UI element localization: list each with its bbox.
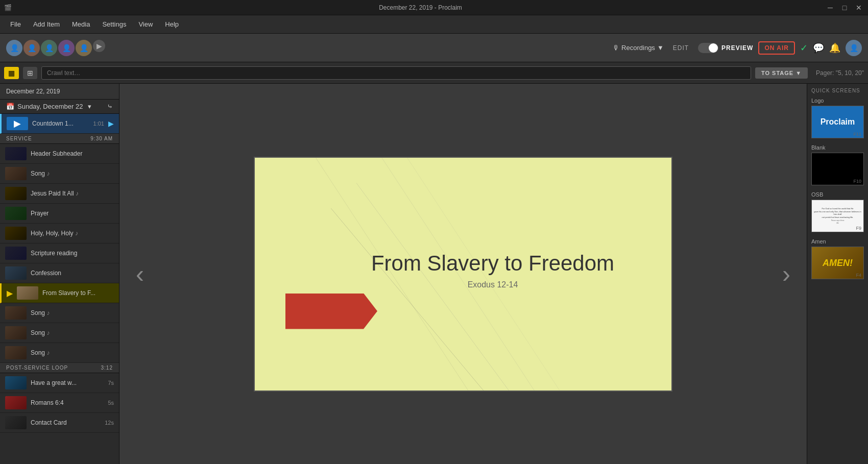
- holy-label: Holy, Holy, Holy ♪: [31, 230, 114, 237]
- song2-label: Song ♪: [31, 309, 114, 316]
- content-area: ‹ From Slavery to Freedom Exodus 12-14 ›: [119, 84, 807, 464]
- qs-amen-thumb[interactable]: AMEN! F4: [811, 247, 864, 279]
- sidebar-item-prayer[interactable]: Prayer: [0, 204, 119, 224]
- song4-thumb: [5, 346, 27, 359]
- next-slide-button[interactable]: ›: [771, 254, 802, 295]
- to-stage-button[interactable]: TO STAGE ▼: [755, 67, 808, 79]
- qs-logo-thumb[interactable]: Proclaim F11: [811, 106, 864, 138]
- sidebar-item-song-2[interactable]: Song ♪: [0, 303, 119, 323]
- proclaim-logo: Proclaim: [821, 117, 855, 127]
- amen-text: AMEN!: [823, 258, 853, 268]
- pager-text: Pager: "5, 10, 20": [816, 69, 864, 77]
- menu-file[interactable]: File: [4, 17, 27, 31]
- chevron-icon: ▾: [88, 103, 91, 110]
- qs-logo-label: Logo: [811, 97, 864, 104]
- song2-thumb: [5, 306, 27, 320]
- menu-view[interactable]: View: [132, 17, 159, 31]
- sidebar-item-countdown[interactable]: ▶ Countdown 1... 1:01 ▶: [0, 114, 119, 134]
- slide-container: From Slavery to Freedom Exodus 12-14: [254, 157, 672, 392]
- preview-label: PREVIEW: [721, 44, 753, 52]
- post-service-section-header: POST-SERVICE LOOP 3:12: [0, 363, 119, 373]
- amen-fkey: F4: [856, 273, 861, 278]
- blank-fkey: F10: [853, 179, 861, 184]
- menu-help[interactable]: Help: [159, 17, 185, 31]
- sunday-header[interactable]: 📅 Sunday, December 22 ▾ ⤷: [0, 100, 119, 114]
- avatar-2: 👤: [23, 40, 40, 56]
- prev-slide-button[interactable]: ‹: [125, 254, 155, 295]
- sidebar-item-confession[interactable]: Confession: [0, 263, 119, 283]
- maximize-button[interactable]: □: [839, 3, 850, 13]
- bell-icon[interactable]: 🔔: [829, 42, 840, 54]
- window-title: December 22, 2019 - Proclaim: [16, 4, 825, 11]
- menu-media[interactable]: Media: [66, 17, 96, 31]
- jesus-paid-thumb: [5, 187, 27, 200]
- romans-label: Romans 6:4: [31, 399, 104, 406]
- minimize-button[interactable]: ─: [825, 3, 835, 13]
- qs-osb-thumb[interactable]: For God so loved the world that Hegave h…: [811, 200, 864, 232]
- dropdown-icon: ▼: [657, 44, 664, 52]
- sidebar-item-header-subheader[interactable]: Header Subheader: [0, 144, 119, 164]
- sidebar-item-slavery[interactable]: ▶ From Slavery to F...: [0, 283, 119, 303]
- qs-osb-label: OSB: [811, 191, 864, 198]
- sidebar-item-song-3[interactable]: Song ♪: [0, 323, 119, 343]
- qs-logo: Logo Proclaim F11: [811, 97, 864, 138]
- grid-view-button[interactable]: ⊞: [23, 67, 37, 79]
- qs-blank-label: Blank: [811, 144, 864, 151]
- close-button[interactable]: ✕: [854, 3, 864, 13]
- recordings-button[interactable]: 🎙 Recordings ▼: [613, 44, 664, 52]
- qs-amen: Amen AMEN! F4: [811, 238, 864, 279]
- slide-title-block: From Slavery to Freedom Exodus 12-14: [345, 251, 641, 289]
- prayer-label: Prayer: [31, 210, 114, 217]
- toggle-switch[interactable]: [698, 43, 718, 53]
- active-arrow-icon: ▶: [7, 288, 13, 298]
- add-presenter-button[interactable]: ▶: [93, 40, 105, 52]
- user-avatar[interactable]: 👤: [846, 40, 862, 56]
- app-icon: 🎬: [4, 4, 12, 11]
- sidebar-item-song-4[interactable]: Song ♪: [0, 343, 119, 363]
- status-check-icon: ✓: [800, 42, 808, 54]
- avatar-5: 👤: [76, 40, 92, 56]
- sidebar-item-contact[interactable]: Contact Card 12s: [0, 413, 119, 433]
- osb-fkey: F9: [856, 226, 861, 231]
- qs-blank-thumb[interactable]: F10: [811, 153, 864, 185]
- logo-fkey: F11: [853, 132, 861, 137]
- sidebar-item-romans[interactable]: Romans 6:4 5s: [0, 393, 119, 413]
- qs-osb: OSB For God so loved the world that Hega…: [811, 191, 864, 232]
- prayer-thumb: [5, 207, 27, 220]
- scripture-thumb: [5, 247, 27, 260]
- presenter-avatars: 👤 👤 👤 👤 👤 ▶: [6, 40, 105, 56]
- list-view-button[interactable]: ▦: [4, 67, 19, 79]
- countdown-label: Countdown 1...: [32, 120, 89, 127]
- countdown-thumb: ▶: [7, 117, 28, 130]
- sidebar-item-holy-holy[interactable]: Holy, Holy, Holy ♪: [0, 224, 119, 243]
- countdown-time: 1:01: [93, 120, 104, 127]
- main-wrapper: December 22, 2019 📅 Sunday, December 22 …: [0, 84, 868, 464]
- qs-blank: Blank F10: [811, 144, 864, 185]
- sidebar-item-scripture[interactable]: Scripture reading: [0, 243, 119, 263]
- qs-amen-label: Amen: [811, 238, 864, 245]
- sidebar-item-song-1[interactable]: Song ♪: [0, 164, 119, 184]
- preview-toggle[interactable]: PREVIEW: [698, 43, 753, 53]
- secondary-toolbar: ▦ ⊞ TO STAGE ▼ Pager: "5, 10, 20": [0, 62, 868, 84]
- crawl-input[interactable]: [41, 66, 751, 80]
- have-great-thumb: [5, 376, 27, 389]
- calendar-icon: 📅: [6, 103, 14, 110]
- confession-label: Confession: [31, 270, 114, 277]
- jesus-paid-label: Jesus Paid It All ♪: [31, 190, 114, 197]
- on-air-button[interactable]: ON AIR: [758, 41, 795, 55]
- sidebar-item-jesus-paid[interactable]: Jesus Paid It All ♪: [0, 184, 119, 204]
- sidebar-scroll: ▶ Countdown 1... 1:01 ▶ SERVICE 9:30 AM …: [0, 114, 119, 464]
- have-great-label: Have a great w...: [31, 379, 104, 386]
- edit-button[interactable]: EDIT: [669, 42, 693, 54]
- menu-settings[interactable]: Settings: [96, 17, 132, 31]
- menu-add-item[interactable]: Add Item: [27, 17, 66, 31]
- song3-thumb: [5, 326, 27, 339]
- chat-icon[interactable]: 💬: [813, 42, 824, 54]
- contact-label: Contact Card: [31, 419, 101, 426]
- holy-thumb: [5, 227, 27, 240]
- song1-thumb: [5, 167, 27, 180]
- sidebar-item-have-great[interactable]: Have a great w... 7s: [0, 373, 119, 393]
- avatar-1: 👤: [6, 40, 22, 56]
- service-section-header: SERVICE 9:30 AM: [0, 134, 119, 144]
- slavery-label: From Slavery to F...: [42, 289, 114, 297]
